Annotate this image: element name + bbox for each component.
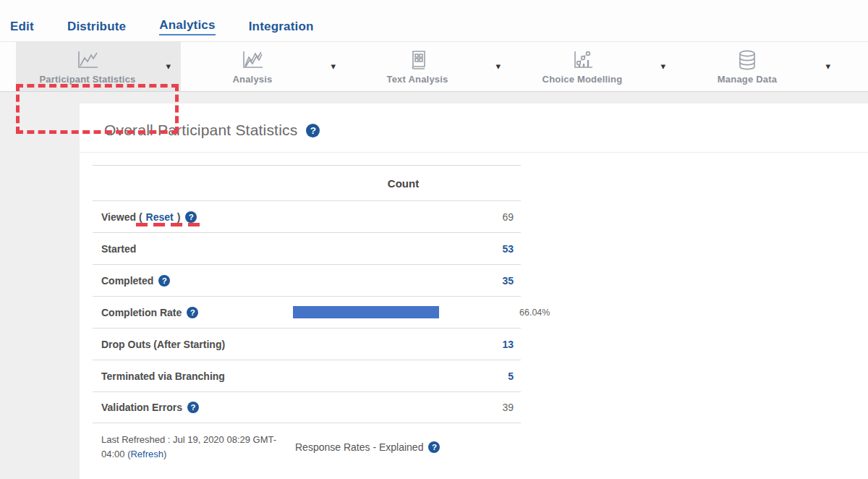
progress-percent-label: 66.04% [519, 308, 550, 318]
help-icon[interactable]: ? [185, 211, 197, 223]
table-row-started: Started 53 [93, 232, 521, 264]
row-label: Completed ? [101, 275, 286, 287]
toolbar-text-analysis[interactable]: Text Analysis ▾ [346, 42, 511, 91]
panel-title-row: Overall Participant Statistics ? [80, 103, 868, 153]
help-icon[interactable]: ? [187, 402, 199, 413]
toolbar-label: Analysis [232, 74, 272, 85]
help-icon[interactable]: ? [158, 275, 170, 287]
row-label: Completion Rate ? [101, 307, 286, 318]
chevron-down-icon[interactable]: ▾ [495, 62, 501, 71]
table-row-completion-rate: Completion Rate ? 66.04% [93, 296, 521, 328]
chevron-down-icon[interactable]: ▾ [825, 62, 830, 71]
count-value: 53 [286, 243, 521, 255]
table-row-validation-errors: Validation Errors ? 39 [93, 391, 521, 423]
table-row-viewed: Viewed ( Reset ) ? 69 [93, 200, 521, 232]
chevron-down-icon[interactable]: ▾ [331, 62, 336, 71]
participant-statistics-table: Count Viewed ( Reset ) ? 69 Started 53 C… [93, 165, 521, 462]
row-label: Validation Errors ? [101, 402, 286, 413]
scatter-chart-icon [569, 49, 595, 71]
count-value: 13 [286, 339, 521, 350]
toolbar-label: Choice Modelling [542, 74, 623, 85]
count-column-header: Count [286, 177, 521, 190]
progress-bar-track [293, 306, 514, 318]
analytics-toolbar: Participant Statistics ▾ Analysis ▾ Text… [0, 41, 868, 92]
toolbar-choice-modelling[interactable]: Choice Modelling ▾ [511, 42, 676, 91]
nav-integration[interactable]: Integration [249, 20, 314, 35]
response-rates-explained: Response Rates - Explained ? [286, 433, 440, 462]
top-nav: Edit Distribute Analytics Integration [0, 0, 868, 41]
nav-edit[interactable]: Edit [10, 20, 34, 35]
chevron-down-icon[interactable]: ▾ [660, 62, 665, 71]
toolbar-participant-statistics[interactable]: Participant Statistics ▾ [16, 42, 181, 91]
completion-rate-bar: 66.04% [286, 306, 550, 318]
count-value: 69 [286, 211, 521, 223]
help-icon[interactable]: ? [306, 124, 320, 137]
page-title: Overall Participant Statistics [104, 122, 297, 139]
annotation-underline [136, 223, 200, 226]
refresh-link[interactable]: Refresh [130, 449, 163, 459]
toolbar-manage-data[interactable]: Manage Data ▾ [676, 42, 841, 91]
nav-distribute[interactable]: Distribute [67, 20, 126, 35]
row-label: Drop Outs (After Starting) [101, 339, 286, 350]
last-refreshed-text: Last Refreshed : Jul 19, 2020 08:29 GMT-… [101, 433, 286, 462]
toolbar-label: Participant Statistics [40, 74, 136, 85]
chevron-down-icon[interactable]: ▾ [166, 62, 171, 71]
toolbar-label: Text Analysis [387, 74, 448, 85]
progress-bar-fill [293, 306, 439, 318]
table-row-completed: Completed ? 35 [93, 264, 521, 296]
toolbar-analysis[interactable]: Analysis ▾ [181, 42, 346, 91]
help-icon[interactable]: ? [187, 307, 198, 318]
nav-analytics[interactable]: Analytics [159, 18, 215, 35]
table-row-terminated: Terminated via Branching 5 [93, 360, 521, 391]
help-icon[interactable]: ? [428, 441, 440, 453]
database-icon [734, 49, 760, 71]
document-grid-icon [404, 49, 430, 71]
count-value: 39 [286, 402, 521, 413]
participant-statistics-panel: Overall Participant Statistics ? Count V… [80, 103, 868, 479]
row-label: Terminated via Branching [101, 370, 286, 382]
multi-line-chart-icon [239, 49, 265, 71]
count-value: 35 [286, 275, 521, 287]
count-value: 5 [286, 370, 521, 382]
table-header-row: Count [93, 165, 521, 200]
table-footer: Last Refreshed : Jul 19, 2020 08:29 GMT-… [93, 423, 521, 462]
toolbar-label: Manage Data [718, 74, 777, 85]
row-label: Viewed ( Reset ) ? [101, 211, 286, 223]
row-label: Started [101, 243, 286, 255]
table-row-drop-outs: Drop Outs (After Starting) 13 [93, 328, 521, 360]
reset-link[interactable]: Reset [146, 211, 174, 223]
line-chart-icon [75, 49, 101, 71]
